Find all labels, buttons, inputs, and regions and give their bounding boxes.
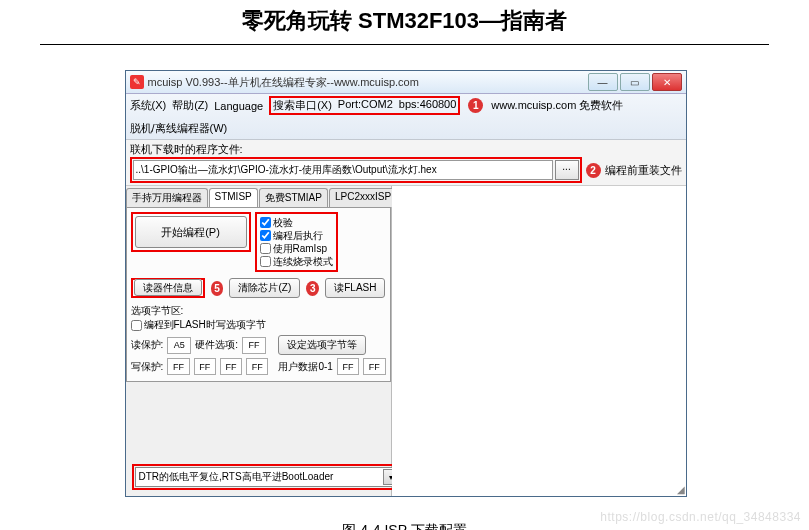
titlebar: ✎ mcuisp V0.993--单片机在线编程专家--www.mcuisp.c…: [126, 71, 686, 94]
window-title: mcuisp V0.993--单片机在线编程专家--www.mcuisp.com: [148, 75, 588, 90]
reset-mode-value: DTR的低电平复位,RTS高电平进BootLoader: [139, 470, 334, 484]
annotation-box-4: DTR的低电平复位,RTS高电平进BootLoader ▾: [132, 464, 406, 490]
menu-system[interactable]: 系统(X): [130, 98, 167, 113]
menu-bps[interactable]: bps:460800: [399, 98, 457, 113]
menubar: 系统(X) 帮助(Z) Language 搜索串口(X) Port:COM2 b…: [126, 94, 686, 140]
read-protect-label: 读保护:: [131, 338, 164, 352]
option-bytes-section: 选项字节区: 编程到FLASH时写选项字节 读保护: A5 硬件选项: FF 设…: [131, 304, 386, 375]
option-bytes-title: 选项字节区:: [131, 304, 386, 318]
write-protect-label: 写保护:: [131, 360, 164, 374]
figure-container: ✎ mcuisp V0.993--单片机在线编程专家--www.mcuisp.c…: [125, 70, 685, 530]
file-path-label: 联机下载时的程序文件:: [130, 142, 682, 157]
resize-grip-icon[interactable]: ◢: [677, 484, 685, 495]
menu-help[interactable]: 帮助(Z): [172, 98, 208, 113]
watermark: https://blog.csdn.net/qq_34848334: [600, 510, 801, 524]
tab-strip: 手持万用编程器 STMISP 免费STMIAP LPC2xxxISP: [126, 188, 391, 207]
annotation-box-checks: 校验 编程后执行 使用RamIsp 连续烧录模式: [255, 212, 338, 272]
menu-port[interactable]: Port:COM2: [338, 98, 393, 113]
check-ramisp[interactable]: 使用RamIsp: [260, 242, 333, 255]
start-program-button[interactable]: 开始编程(P): [135, 216, 247, 248]
ud2[interactable]: FF: [363, 358, 385, 375]
menu-language[interactable]: Language: [214, 100, 263, 112]
left-panel: 手持万用编程器 STMISP 免费STMIAP LPC2xxxISP 开始编程(…: [126, 186, 392, 496]
read-protect-value[interactable]: A5: [167, 337, 191, 354]
close-button[interactable]: ✕: [652, 73, 682, 91]
check-ramisp-box[interactable]: [260, 243, 271, 254]
check-serial-mode-box[interactable]: [260, 256, 271, 267]
body-row: 手持万用编程器 STMISP 免费STMIAP LPC2xxxISP 开始编程(…: [126, 186, 686, 496]
wp3[interactable]: FF: [220, 358, 242, 375]
check-verify-box[interactable]: [260, 217, 271, 228]
tab-stmiap[interactable]: 免费STMIAP: [259, 188, 328, 207]
tab-stmisp[interactable]: STMISP: [209, 188, 258, 207]
marker-5-icon: 5: [211, 281, 224, 296]
erase-chip-button[interactable]: 清除芯片(Z): [229, 278, 300, 298]
tab-lpc[interactable]: LPC2xxxISP: [329, 188, 397, 207]
annotation-box-start: 开始编程(P): [131, 212, 251, 252]
wp1[interactable]: FF: [167, 358, 189, 375]
app-icon: ✎: [130, 75, 144, 89]
annotation-box-1: 搜索串口(X) Port:COM2 bps:460800: [269, 96, 460, 115]
reset-mode-combo[interactable]: DTR的低电平复位,RTS高电平进BootLoader ▾: [135, 467, 403, 487]
write-option-bytes-box[interactable]: [131, 320, 142, 331]
write-option-bytes-check[interactable]: 编程到FLASH时写选项字节: [131, 318, 386, 332]
menu-offline[interactable]: 脱机/离线编程器(W): [130, 121, 228, 136]
check-run-after-box[interactable]: [260, 230, 271, 241]
user-data-label: 用户数据0-1: [278, 360, 332, 374]
annotation-box-5: 读器件信息: [131, 278, 205, 298]
check-run-after[interactable]: 编程后执行: [260, 229, 333, 242]
ud1[interactable]: FF: [337, 358, 359, 375]
reset-mode-row: DTR的低电平复位,RTS高电平进BootLoader ▾ 4: [132, 464, 428, 490]
file-path-row: 联机下载时的程序文件: ..\1-GPIO输出—流水灯\GPIO-流水灯-使用库…: [126, 140, 686, 186]
marker-1-icon: 1: [468, 98, 483, 113]
hw-option-label: 硬件选项:: [195, 338, 238, 352]
menu-site[interactable]: www.mcuisp.com 免费软件: [491, 98, 623, 113]
marker-3-icon: 3: [306, 281, 319, 296]
marker-2-icon: 2: [586, 163, 601, 178]
check-serial-mode[interactable]: 连续烧录模式: [260, 255, 333, 268]
app-window: ✎ mcuisp V0.993--单片机在线编程专家--www.mcuisp.c…: [125, 70, 687, 497]
wp4[interactable]: FF: [246, 358, 268, 375]
browse-button[interactable]: ...: [555, 160, 579, 180]
set-option-bytes-button[interactable]: 设定选项字节等: [278, 335, 366, 355]
file-path-input[interactable]: ..\1-GPIO输出—流水灯\GPIO-流水灯-使用库函数\Output\流水…: [133, 160, 553, 180]
wp2[interactable]: FF: [194, 358, 216, 375]
tab-handheld[interactable]: 手持万用编程器: [126, 188, 208, 207]
maximize-button[interactable]: ▭: [620, 73, 650, 91]
read-info-button[interactable]: 读器件信息: [134, 279, 202, 296]
menu-search-port[interactable]: 搜索串口(X): [273, 98, 332, 113]
page-title: 零死角玩转 STM32F103—指南者: [40, 0, 769, 45]
minimize-button[interactable]: —: [588, 73, 618, 91]
reload-note: 编程前重装文件: [605, 163, 682, 178]
hw-option-value[interactable]: FF: [242, 337, 266, 354]
log-panel: ◢: [392, 186, 686, 496]
annotation-box-2: ..\1-GPIO输出—流水灯\GPIO-流水灯-使用库函数\Output\流水…: [130, 157, 582, 183]
check-verify[interactable]: 校验: [260, 216, 333, 229]
read-flash-button[interactable]: 读FLASH: [325, 278, 385, 298]
tab-body: 开始编程(P) 校验 编程后执行 使用RamIsp 连续烧录模式 读器件信息: [126, 207, 391, 382]
